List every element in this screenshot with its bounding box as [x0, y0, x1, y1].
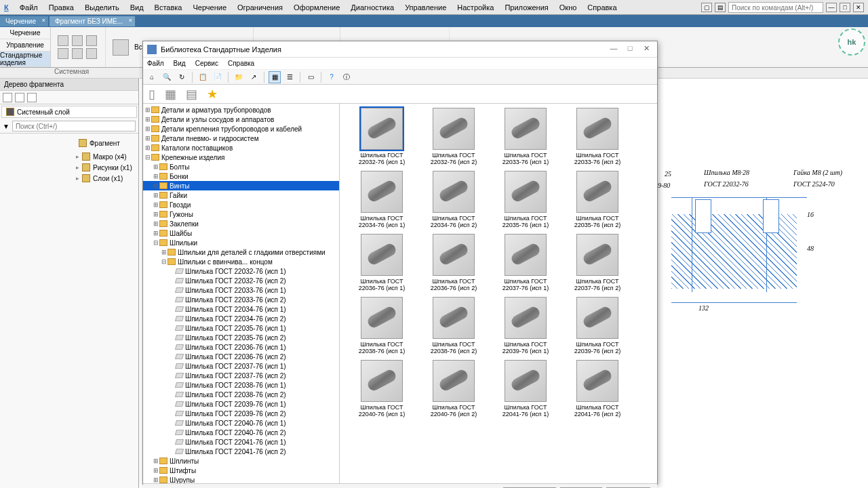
dlg-menu-file[interactable]: Файл: [147, 60, 164, 67]
menu-view[interactable]: Вид: [125, 2, 149, 13]
tree-node[interactable]: ⊟Крепежные изделия: [143, 152, 339, 162]
tree-node[interactable]: ⊞Детали и арматура трубопроводов: [143, 105, 339, 115]
gallery-item[interactable]: Шпилька ГОСТ 22038-76 (исп 2): [424, 297, 484, 354]
menu-window[interactable]: Окно: [554, 2, 583, 13]
tree-node[interactable]: Шпилька ГОСТ 22036-76 (исп 2): [143, 352, 339, 361]
tree-node-pics[interactable]: ▸Рисунки (x1): [72, 162, 138, 173]
tree-node[interactable]: Шпилька ГОСТ 22034-76 (исп 1): [143, 304, 339, 314]
tree-node[interactable]: Шпилька ГОСТ 22038-76 (исп 1): [143, 380, 339, 390]
tree-node[interactable]: Шпилька ГОСТ 22041-76 (исп 2): [143, 447, 339, 456]
tab-cat-2-icon[interactable]: ▦: [165, 87, 176, 102]
tree-node[interactable]: ⊟Шпильки с ввинчива... концом: [143, 257, 339, 266]
expand-icon[interactable]: ⊞: [153, 182, 159, 189]
paste-icon[interactable]: 📄: [212, 71, 224, 83]
menu-constraints[interactable]: Ограничения: [232, 2, 288, 13]
refresh-icon[interactable]: ↻: [176, 71, 188, 83]
tree-node[interactable]: ⊟Шпильки: [143, 238, 339, 247]
menu-select[interactable]: Выделить: [79, 2, 125, 13]
expand-icon[interactable]: ⊞: [144, 144, 151, 151]
gallery-item[interactable]: Шпилька ГОСТ 22033-76 (исп 2): [568, 108, 627, 165]
tab-cat-3-icon[interactable]: ▤: [186, 87, 197, 102]
menu-settings[interactable]: Настройка: [452, 2, 499, 13]
menu-drawing[interactable]: Черчение: [187, 2, 232, 13]
menu-manage[interactable]: Управление: [399, 2, 452, 13]
menu-edit[interactable]: Правка: [43, 2, 79, 13]
tree-node[interactable]: ⊞Детали пневмо- и гидросистем: [143, 134, 339, 143]
tree-node[interactable]: Шпилька ГОСТ 22033-76 (исп 2): [143, 295, 339, 304]
gallery-item[interactable]: Шпилька ГОСТ 22041-76 (исп 2): [568, 360, 627, 418]
menu-format[interactable]: Оформление: [288, 2, 345, 13]
tree-node[interactable]: Шпилька ГОСТ 22040-76 (исп 1): [143, 418, 339, 428]
gallery-item[interactable]: Шпилька ГОСТ 22040-76 (исп 2): [424, 360, 484, 418]
close-button[interactable]: ✕: [853, 3, 864, 12]
command-search[interactable]: [728, 2, 823, 13]
detail-icon[interactable]: ▭: [304, 71, 317, 83]
tool-2-icon[interactable]: [15, 93, 24, 102]
tree-node-layers[interactable]: ▸Слои (x1): [72, 173, 138, 184]
expand-icon[interactable]: ⊞: [144, 125, 151, 132]
expand-icon[interactable]: ⊞: [153, 230, 159, 237]
gallery-item[interactable]: Шпилька ГОСТ 22032-76 (исп 2): [424, 108, 484, 165]
maximize-button[interactable]: □: [840, 3, 850, 12]
tree-node[interactable]: Шпилька ГОСТ 22040-76 (исп 2): [143, 428, 339, 437]
tool-1-icon[interactable]: [3, 93, 12, 102]
expand-icon[interactable]: ⊞: [153, 458, 159, 464]
tree-node[interactable]: Шпилька ГОСТ 22032-76 (исп 1): [143, 266, 339, 276]
tree-node[interactable]: ⊞Каталоги поставщиков: [143, 143, 339, 152]
tree-node[interactable]: Шпилька ГОСТ 22036-76 (исп 1): [143, 342, 339, 352]
gallery-item[interactable]: Шпилька ГОСТ 22036-76 (исп 1): [352, 234, 412, 291]
new-icon[interactable]: [58, 35, 68, 46]
help-icon[interactable]: ?: [326, 71, 338, 83]
expand-icon[interactable]: ⊞: [153, 201, 159, 208]
info-icon[interactable]: ⓘ: [340, 71, 353, 83]
dialog-close-button[interactable]: ✕: [639, 44, 653, 55]
gallery-item[interactable]: Шпилька ГОСТ 22032-76 (исп 1): [352, 108, 412, 165]
tree-node[interactable]: ⊞Штифты: [143, 466, 339, 475]
tree-node[interactable]: Шпилька ГОСТ 22032-76 (исп 2): [143, 276, 339, 285]
expand-icon[interactable]: ⊞: [153, 220, 159, 227]
gallery-item[interactable]: Шпилька ГОСТ 22034-76 (исп 1): [352, 171, 412, 228]
tree-node[interactable]: Шпилька ГОСТ 22035-76 (исп 1): [143, 323, 339, 333]
tree-node[interactable]: Шпилька ГОСТ 22033-76 (исп 1): [143, 285, 339, 295]
view-icons-button[interactable]: ▦: [269, 71, 281, 83]
tab-fragment[interactable]: Фрагмент БЕЗ ИМЕ...×: [50, 16, 135, 26]
mode-drawing[interactable]: Черчение: [0, 27, 50, 39]
gallery-item[interactable]: Шпилька ГОСТ 22035-76 (исп 2): [568, 171, 627, 228]
tree-node[interactable]: Шпилька ГОСТ 22038-76 (исп 2): [143, 390, 339, 399]
gallery-item[interactable]: Шпилька ГОСТ 22038-76 (исп 1): [352, 297, 412, 354]
menu-apps[interactable]: Приложения: [499, 2, 553, 13]
tree-node[interactable]: ⊞Шайбы: [143, 228, 339, 238]
tree-node[interactable]: ⊞Гвозди: [143, 200, 339, 209]
tab-drawing[interactable]: Черчение×: [0, 16, 48, 26]
dlg-menu-view[interactable]: Вид: [174, 60, 186, 67]
menu-file[interactable]: Файл: [14, 2, 43, 13]
filter-icon[interactable]: ▼: [3, 123, 9, 130]
print-icon[interactable]: [58, 48, 68, 59]
redo-icon[interactable]: [86, 48, 97, 59]
close-icon[interactable]: ×: [42, 17, 45, 24]
mode-stdparts[interactable]: Стандартные изделия: [0, 52, 50, 67]
gallery-item[interactable]: Шпилька ГОСТ 22040-76 (исп 1): [352, 360, 412, 418]
tree-node[interactable]: Шпилька ГОСТ 22041-76 (исп 1): [143, 437, 339, 447]
fragment-node[interactable]: Фрагмент: [75, 138, 138, 148]
layer-row[interactable]: Системный слой: [1, 106, 137, 118]
tree-node[interactable]: ⊞Заклепки: [143, 219, 339, 228]
tree-node[interactable]: Шпилька ГОСТ 22034-76 (исп 2): [143, 314, 339, 323]
expand-icon[interactable]: ⊞: [144, 135, 151, 142]
expand-icon[interactable]: ⊞: [144, 106, 151, 113]
tree-node-macro[interactable]: ▸Макро (x4): [72, 151, 138, 162]
menu-help[interactable]: Справка: [582, 2, 622, 13]
tree-node[interactable]: ⊞Детали крепления трубопроводов и кабеле…: [143, 124, 339, 134]
expand-icon[interactable]: ⊟: [161, 258, 167, 265]
expand-icon[interactable]: ⊟: [144, 154, 151, 161]
folder-icon[interactable]: 📁: [233, 71, 245, 83]
dialog-min-button[interactable]: —: [607, 44, 620, 55]
tree-node[interactable]: ⊞Винты: [143, 181, 339, 190]
expand-icon[interactable]: ⊞: [153, 211, 159, 218]
tree-node[interactable]: Шпилька ГОСТ 22035-76 (исп 2): [143, 333, 339, 342]
expand-icon[interactable]: ⊞: [153, 173, 159, 180]
tree-search-input[interactable]: [12, 121, 136, 131]
menu-insert[interactable]: Вставка: [149, 2, 188, 13]
dlg-menu-service[interactable]: Сервис: [195, 60, 218, 67]
gallery-item[interactable]: Шпилька ГОСТ 22037-76 (исп 1): [496, 234, 555, 291]
